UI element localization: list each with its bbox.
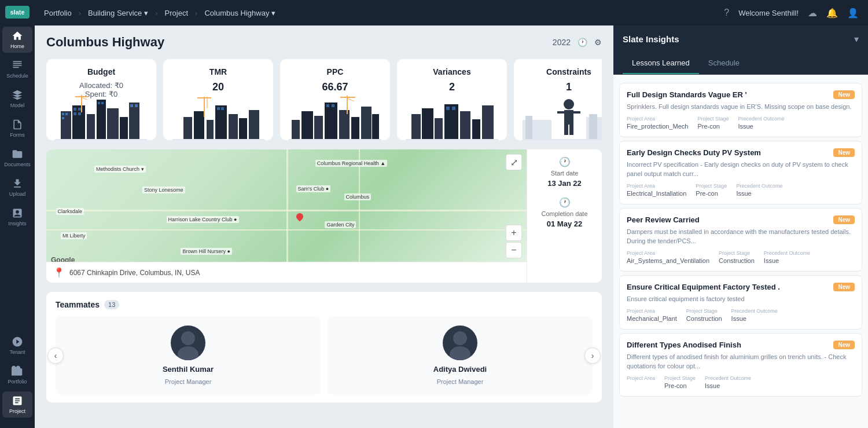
svg-rect-35 — [292, 120, 300, 140]
svg-rect-6 — [78, 108, 81, 111]
svg-rect-50 — [422, 108, 433, 140]
area-label-1: Project Area — [627, 116, 688, 122]
svg-rect-2 — [65, 113, 68, 115]
sidebar-item-documents[interactable]: Documents — [2, 145, 32, 171]
insight-meta-outcome-4: Precedent Outcome Issue — [731, 308, 778, 322]
stage-label-2: Project Stage — [696, 183, 727, 189]
teammate-avatar-1 — [443, 325, 477, 360]
insight-title-4: Ensure Critical Equipment Factory Tested… — [627, 283, 833, 291]
help-icon[interactable]: ? — [724, 8, 729, 18]
insights-panel: Slate Insights ▾ Lessons Learned Schedul… — [613, 25, 868, 428]
svg-rect-25 — [215, 105, 227, 140]
insight-header-5: Different Types Anodised Finish New — [627, 341, 855, 349]
nav-project[interactable]: Project — [165, 9, 188, 17]
nav-sep3: › — [195, 9, 197, 17]
insights-close-button[interactable]: ▾ — [854, 34, 859, 45]
insight-item-1: Full Design Standards Vague ER ' New Spr… — [619, 83, 862, 137]
svg-rect-9 — [87, 114, 95, 140]
map-zoom-out[interactable]: − — [506, 242, 522, 258]
area-value-4: Mechanical_Plant — [627, 315, 677, 322]
svg-rect-22 — [183, 117, 192, 140]
teammates-title: Teammates — [56, 300, 100, 309]
page-header: Columbus Highway 2022 🕐 ⚙ — [46, 35, 602, 50]
svg-rect-42 — [351, 117, 359, 140]
stage-value-1: Pre-con — [697, 123, 729, 130]
app-logo[interactable]: slate — [5, 6, 29, 19]
svg-rect-20 — [75, 96, 88, 97]
map-expand-button[interactable]: ⤢ — [506, 154, 522, 170]
insight-desc-3: Dampers must be installed in accordance … — [627, 228, 855, 246]
insight-meta-1: Project Area Fire_protection_Mech Projec… — [627, 116, 855, 130]
svg-rect-38 — [325, 103, 337, 140]
tab-schedule[interactable]: Schedule — [699, 53, 749, 74]
svg-rect-69 — [589, 114, 597, 140]
carousel-next-button[interactable]: › — [584, 347, 601, 364]
svg-rect-29 — [239, 118, 247, 140]
insight-badge-1: New — [833, 90, 855, 99]
svg-rect-7 — [73, 112, 76, 115]
metric-card-tmr: TMR 20 — [163, 59, 273, 140]
metric-card-budget: Budget Allocated: ₹0 Spent: ₹0 — [46, 59, 156, 140]
svg-rect-44 — [372, 114, 379, 140]
sidebar-item-tenant[interactable]: Tenant — [2, 332, 32, 359]
variances-image — [397, 94, 507, 140]
area-label-2: Project Area — [627, 183, 686, 189]
svg-rect-71 — [523, 139, 602, 140]
weather-icon[interactable]: ☁ — [808, 8, 817, 19]
insight-title-5: Different Types Anodised Finish — [627, 341, 833, 349]
svg-rect-26 — [217, 107, 220, 110]
tab-lessons-learned[interactable]: Lessons Learned — [623, 53, 699, 74]
stage-label-3: Project Stage — [719, 250, 755, 256]
svg-rect-17 — [135, 104, 138, 107]
address-text: 6067 Chinkapin Drive, Columbus, IN, USA — [69, 269, 200, 277]
svg-rect-14 — [120, 117, 128, 140]
insight-meta-4: Project Area Mechanical_Plant Project St… — [627, 308, 855, 322]
sidebar-item-portfolio[interactable]: Portfolio — [2, 362, 32, 388]
map-label-clarksdale: Clarksdale — [56, 208, 84, 215]
svg-rect-3 — [62, 117, 64, 119]
history-icon[interactable]: 🕐 — [578, 38, 587, 47]
outcome-value-2: Issue — [736, 190, 782, 197]
map-zoom-in[interactable]: + — [506, 225, 522, 241]
svg-point-75 — [450, 346, 470, 360]
sidebar-item-upload[interactable]: Upload — [2, 174, 32, 200]
sidebar-item-schedule[interactable]: Schedule — [2, 56, 32, 82]
start-date-value: 13 Jan 22 — [547, 179, 582, 188]
sidebar-item-forms[interactable]: Forms — [2, 115, 32, 141]
navbar-right: ? Welcome Senthill! ☁ 🔔 👤 — [724, 8, 859, 19]
main-area: Portfolio › Building Service ▾ › Project… — [35, 0, 868, 428]
insight-meta-stage-2: Project Stage Pre-con — [696, 183, 727, 197]
sidebar-item-model[interactable]: Model — [2, 86, 32, 112]
tmr-value: 20 — [172, 81, 264, 93]
insight-meta-stage-5: Project Stage Pre-con — [664, 375, 696, 389]
settings-icon[interactable]: ⚙ — [594, 38, 602, 47]
sidebar-item-home[interactable]: Home — [2, 27, 32, 53]
svg-rect-31 — [204, 97, 205, 117]
insight-desc-2: Incorrect PV specification - Early desig… — [627, 160, 855, 178]
sidebar-item-project[interactable]: Project — [2, 392, 32, 418]
svg-rect-57 — [482, 105, 494, 140]
insight-item-2: Early Design Checks Duty PV System New I… — [619, 141, 862, 204]
nav-service-dropdown[interactable]: Building Service ▾ — [88, 9, 148, 17]
stage-value-4: Construction — [686, 315, 722, 322]
insight-meta-area-3: Project Area Air_Systems_and_Ventilation — [627, 250, 709, 264]
map-zoom-controls: + − — [506, 225, 522, 258]
user-avatar-icon[interactable]: 👤 — [847, 8, 859, 19]
insight-meta-area-1: Project Area Fire_protection_Mech — [627, 116, 688, 130]
carousel-prev-button[interactable]: ‹ — [47, 347, 64, 364]
insight-header-1: Full Design Standards Vague ER ' New — [627, 90, 855, 99]
chevron-down-icon2: ▾ — [271, 9, 275, 17]
insight-meta-stage-4: Project Stage Construction — [686, 308, 722, 322]
svg-rect-34 — [172, 139, 264, 140]
map-label-church: Methodists Church ▾ — [94, 166, 146, 173]
metric-cards-row: Budget Allocated: ₹0 Spent: ₹0 — [46, 59, 602, 140]
sidebar-item-insights[interactable]: Insights — [2, 204, 32, 230]
nav-portfolio[interactable]: Portfolio — [44, 9, 72, 17]
map-label-regional: Columbus Regional Health ▲ — [315, 160, 387, 167]
nav-sep2: › — [155, 9, 157, 17]
notification-icon[interactable]: 🔔 — [826, 8, 838, 19]
map-location-pin[interactable] — [295, 212, 304, 222]
nav-project-name-dropdown[interactable]: Columbus Highway ▾ — [204, 9, 275, 17]
svg-rect-32 — [197, 97, 211, 98]
svg-rect-30 — [249, 110, 259, 140]
